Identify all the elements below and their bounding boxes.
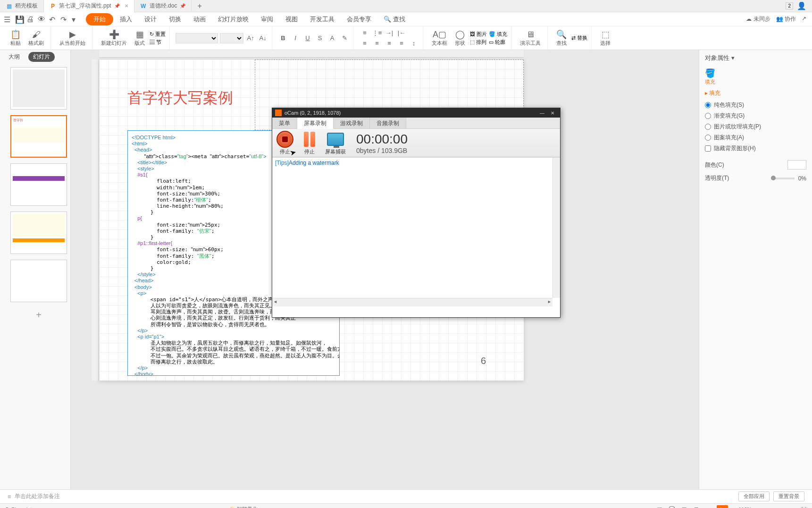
demo-tools-button[interactable]: 🖥演示工具 (517, 29, 544, 48)
ribbon-tab-transition[interactable]: 切换 (163, 13, 187, 25)
tab-ppt-document[interactable]: P 第七课_浮动属性.ppt 📌 ✕ (44, 0, 134, 12)
slideshow-dropdown-icon[interactable]: ▾ (732, 506, 735, 508)
fill-picture-radio[interactable]: 图片或纹理填充(P) (705, 123, 806, 131)
apply-all-button[interactable]: 全部应用 (738, 491, 770, 501)
tab-daoke-template[interactable]: ▦ 稻壳模板 (0, 0, 44, 12)
align-center-icon[interactable]: ≡ (372, 39, 382, 48)
ribbon-tab-review[interactable]: 审阅 (255, 13, 279, 25)
picture-button[interactable]: 🖼 图片 (470, 31, 487, 38)
thumbnail-list[interactable]: 首字符 + (0, 63, 70, 489)
ocam-capture-button[interactable]: 屏幕捕获 (325, 130, 346, 155)
fill-tab-button[interactable]: 🪣填充 (705, 68, 715, 85)
line-spacing-icon[interactable]: ↕ (409, 39, 419, 48)
fill-section-header[interactable]: ▸ 填充 (705, 89, 806, 97)
ocam-hscrollbar[interactable]: ◄ ► (272, 298, 552, 306)
ribbon-tab-start[interactable]: 开始 (86, 13, 113, 25)
ocam-tab-audio[interactable]: 音频录制 (370, 118, 406, 128)
collab-button[interactable]: 👥 协作 (776, 15, 796, 23)
play-from-current-button[interactable]: ▶从当前开始 (57, 28, 88, 48)
font-color-icon[interactable]: A (327, 34, 337, 43)
format-painter-button[interactable]: 🖌格式刷 (25, 29, 47, 48)
replace-button[interactable]: ⇄ 替换 (571, 34, 587, 42)
redo-icon[interactable]: ↷ (60, 15, 69, 24)
zoom-out-icon[interactable]: − (755, 507, 758, 508)
fill-button[interactable]: 🪣 填充 (489, 31, 507, 38)
slide-thumbnail[interactable]: 首字符 (10, 115, 67, 158)
outdent-icon[interactable]: |← (396, 28, 407, 38)
slide-title[interactable]: 首字符大写案例 (127, 88, 233, 109)
select-button[interactable]: ⬚选择 (597, 28, 613, 48)
color-picker[interactable] (787, 160, 806, 169)
font-size-select[interactable] (220, 33, 243, 43)
user-avatar-icon[interactable]: 👤 (797, 1, 806, 10)
slide-thumbnail[interactable] (10, 260, 67, 302)
underline-icon[interactable]: U (302, 34, 313, 43)
reading-view-icon[interactable]: ▭ (704, 505, 713, 508)
smart-beautify-button[interactable]: ✨ 智能美化 ▾ (229, 506, 262, 508)
close-icon[interactable]: ✕ (548, 109, 557, 117)
ribbon-tab-view[interactable]: 视图 (280, 13, 303, 25)
ribbon-tab-member[interactable]: 会员专享 (341, 13, 377, 25)
menu-icon[interactable]: ☰ (4, 15, 12, 24)
dropdown-icon[interactable]: ▾ (72, 15, 80, 24)
badge-count[interactable]: 2 (786, 2, 793, 9)
ocam-pause-button[interactable]: 停止 (301, 130, 318, 155)
slide-thumbnail[interactable] (10, 67, 67, 110)
ribbon-tab-animation[interactable]: 动画 (188, 13, 211, 25)
status-blueprint[interactable]: 5_Blueprint (6, 507, 32, 508)
ribbon-tab-slideshow[interactable]: 幻灯片放映 (212, 13, 254, 25)
fill-solid-radio[interactable]: 纯色填充(S) (705, 101, 806, 109)
shape-button[interactable]: ◯形状 (452, 28, 468, 48)
layout-button[interactable]: ▦版式 (132, 28, 148, 48)
indent-icon[interactable]: →| (384, 28, 394, 38)
print-icon[interactable]: 🖨 (26, 15, 35, 24)
new-slide-button[interactable]: ➕新建幻灯片 (98, 28, 130, 48)
add-slide-button[interactable]: + (10, 308, 67, 322)
ribbon-tab-design[interactable]: 设计 (139, 13, 162, 25)
decrease-font-icon[interactable]: A↓ (258, 34, 268, 43)
opacity-slider[interactable] (771, 178, 795, 179)
bold-icon[interactable]: B (278, 34, 288, 43)
italic-icon[interactable]: I (290, 34, 301, 43)
pin-icon[interactable]: 📌 (180, 3, 185, 8)
zoom-in-icon[interactable]: + (795, 507, 797, 508)
section-button[interactable]: ▤ 节 (150, 39, 161, 46)
notes-bar[interactable]: ≡ 单击此处添加备注 全部应用 重置背景 (0, 489, 812, 503)
ocam-titlebar[interactable]: oCam (0, 2, 1918, 1078) — ✕ (272, 108, 560, 118)
sorter-view-icon[interactable]: ⊞ (692, 505, 701, 508)
undo-icon[interactable]: ↶ (49, 15, 58, 24)
ocam-vscrollbar[interactable] (552, 158, 560, 298)
ribbon-tab-devtools[interactable]: 开发工具 (304, 13, 340, 25)
preview-icon[interactable]: 👁 (38, 15, 46, 24)
tab-doc-document[interactable]: W 道德经.doc 📌 (134, 0, 192, 12)
close-icon[interactable]: ✕ (125, 3, 128, 8)
notes-placeholder[interactable]: 单击此处添加备注 (15, 492, 60, 500)
slide-thumbnail[interactable] (10, 163, 67, 206)
fill-pattern-radio[interactable]: 图案填充(A) (705, 134, 806, 142)
justify-icon[interactable]: ≡ (396, 39, 407, 48)
find-button[interactable]: 🔍查找 (553, 28, 569, 48)
align-left-icon[interactable]: ≡ (360, 39, 370, 48)
minimize-icon[interactable]: — (537, 109, 547, 117)
arrange-button[interactable]: ⬚ 排列 (470, 39, 486, 46)
pin-icon[interactable]: 📌 (114, 3, 120, 8)
ocam-tab-game[interactable]: 游戏录制 (334, 118, 370, 128)
outline-tab-slides[interactable]: 幻灯片 (28, 52, 55, 62)
hide-bg-checkbox[interactable]: 隐藏背景图形(H) (705, 144, 806, 152)
ocam-tab-menu[interactable]: 菜单 (272, 118, 297, 128)
ocam-window[interactable]: oCam (0, 2, 1918, 1078) — ✕ 菜单 屏幕录制 游戏录制… (272, 108, 561, 318)
fit-window-icon[interactable]: ⛶ (801, 507, 806, 508)
outline-tab-outline[interactable]: 大纲 (4, 52, 25, 62)
ribbon-tab-insert[interactable]: 插入 (114, 13, 138, 25)
bullet-list-icon[interactable]: ≡ (360, 28, 370, 38)
save-icon[interactable]: 💾 (15, 15, 24, 24)
ocam-tips-link[interactable]: Adding a watermark (289, 160, 339, 166)
notes-toggle-icon[interactable]: ▤ (655, 505, 664, 508)
slideshow-button[interactable]: ▶ (717, 505, 728, 508)
font-family-select[interactable] (176, 33, 218, 43)
number-list-icon[interactable]: ⋮≡ (372, 28, 382, 38)
fill-gradient-radio[interactable]: 渐变填充(G) (705, 112, 806, 120)
normal-view-icon[interactable]: ▦ (680, 505, 688, 508)
align-right-icon[interactable]: ≡ (384, 39, 394, 48)
sync-status[interactable]: ☁ 未同步 (746, 15, 770, 23)
